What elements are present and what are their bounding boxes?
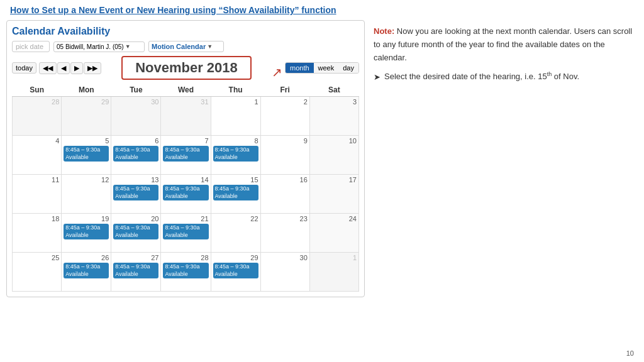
- table-row[interactable]: 198:45a – 9:30aAvailable: [62, 214, 111, 253]
- availability-slot[interactable]: 8:45a – 9:30aAvailable: [163, 263, 208, 278]
- judge-value: 05 Bidwill, Martin J. (05): [57, 43, 124, 50]
- table-row[interactable]: 4: [13, 136, 62, 175]
- day-number: 4: [14, 137, 59, 145]
- cal-type-dropdown[interactable]: Motion Calendar ▼: [148, 41, 224, 52]
- next-next-button[interactable]: ▶▶: [84, 62, 101, 74]
- col-wed: Wed: [161, 84, 211, 97]
- table-row[interactable]: 17: [309, 175, 358, 214]
- table-row[interactable]: 10: [309, 136, 358, 175]
- availability-slot[interactable]: 8:45a – 9:30aAvailable: [163, 224, 208, 239]
- day-number: 23: [263, 215, 308, 222]
- table-row[interactable]: 1: [211, 97, 260, 136]
- availability-slot[interactable]: 8:45a – 9:30aAvailable: [64, 224, 109, 239]
- table-row[interactable]: 3: [309, 97, 358, 136]
- month-header: November 2018: [121, 56, 252, 80]
- view-buttons: month week day: [285, 62, 359, 74]
- availability-slot[interactable]: 8:45a – 9:30aAvailable: [64, 146, 109, 162]
- table-row[interactable]: 218:45a – 9:30aAvailable: [161, 214, 211, 253]
- table-row[interactable]: 278:45a – 9:30aAvailable: [111, 253, 161, 292]
- judge-dropdown[interactable]: 05 Bidwill, Martin J. (05) ▼: [53, 41, 145, 52]
- cal-type-dropdown-arrow: ▼: [207, 43, 213, 50]
- table-row[interactable]: 88:45a – 9:30aAvailable: [211, 136, 260, 175]
- table-row[interactable]: 158:45a – 9:30aAvailable: [211, 175, 260, 214]
- availability-slot[interactable]: 8:45a – 9:30aAvailable: [64, 263, 109, 278]
- note-panel: Note: Now you are looking at the next mo…: [371, 20, 638, 297]
- col-thu: Thu: [211, 84, 260, 97]
- day-number: 20: [113, 215, 158, 222]
- table-row[interactable]: 24: [309, 214, 358, 253]
- day-view-btn[interactable]: day: [338, 63, 358, 73]
- table-row[interactable]: 29: [62, 97, 111, 136]
- day-number: 16: [263, 176, 308, 184]
- table-row[interactable]: 148:45a – 9:30aAvailable: [161, 175, 211, 214]
- table-row[interactable]: 268:45a – 9:30aAvailable: [62, 253, 111, 292]
- availability-slot[interactable]: 8:45a – 9:30aAvailable: [213, 185, 258, 200]
- table-row[interactable]: 28: [13, 97, 62, 136]
- table-row[interactable]: 78:45a – 9:30aAvailable: [161, 136, 211, 175]
- table-row[interactable]: 2: [260, 97, 309, 136]
- day-number: 3: [312, 98, 357, 106]
- day-number: 6: [113, 137, 158, 145]
- page-title: How to Set up a New Event or New Hearing…: [0, 0, 644, 18]
- table-row[interactable]: 12: [62, 175, 111, 214]
- col-mon: Mon: [62, 84, 111, 97]
- prev-button[interactable]: ◀: [57, 62, 70, 74]
- availability-slot[interactable]: 8:45a – 9:30aAvailable: [163, 146, 208, 162]
- day-number: 21: [163, 215, 208, 222]
- availability-slot[interactable]: 8:45a – 9:30aAvailable: [163, 185, 208, 200]
- availability-slot[interactable]: 8:45a – 9:30aAvailable: [113, 146, 158, 162]
- table-row[interactable]: 68:45a – 9:30aAvailable: [111, 136, 161, 175]
- week-view-btn[interactable]: week: [314, 63, 339, 73]
- day-number: 1: [312, 254, 357, 261]
- table-row[interactable]: 18: [13, 214, 62, 253]
- pick-date-input[interactable]: pick date: [12, 41, 50, 52]
- nav-center: November 2018 ↗: [104, 56, 282, 80]
- day-number: 7: [163, 137, 208, 145]
- day-number: 29: [64, 98, 109, 106]
- day-number: 1: [213, 98, 258, 106]
- day-number: 13: [113, 176, 158, 184]
- availability-slot[interactable]: 8:45a – 9:30aAvailable: [213, 146, 258, 162]
- table-row[interactable]: 208:45a – 9:30aAvailable: [111, 214, 161, 253]
- table-row[interactable]: 30: [111, 97, 161, 136]
- availability-slot[interactable]: 8:45a – 9:30aAvailable: [113, 224, 158, 239]
- availability-slot[interactable]: 8:45a – 9:30aAvailable: [113, 185, 158, 200]
- availability-slot[interactable]: 8:45a – 9:30aAvailable: [113, 263, 158, 278]
- prev-prev-button[interactable]: ◀◀: [39, 62, 57, 74]
- table-row[interactable]: 11: [13, 175, 62, 214]
- nav-arrows: ◀◀ ◀ ▶ ▶▶: [39, 62, 101, 74]
- day-number: 10: [312, 137, 357, 145]
- col-sun: Sun: [13, 84, 62, 97]
- col-tue: Tue: [111, 84, 161, 97]
- table-row[interactable]: 25: [13, 253, 62, 292]
- table-row[interactable]: 22: [211, 214, 260, 253]
- table-row[interactable]: 288:45a – 9:30aAvailable: [161, 253, 211, 292]
- col-sat: Sat: [309, 84, 358, 97]
- day-number: 9: [263, 137, 308, 145]
- day-number: 25: [14, 254, 59, 261]
- today-button[interactable]: today: [12, 62, 36, 74]
- day-number: 2: [263, 98, 308, 106]
- day-number: 31: [163, 98, 208, 106]
- day-number: 18: [14, 215, 59, 222]
- day-number: 27: [113, 254, 158, 261]
- table-row[interactable]: 9: [260, 136, 309, 175]
- month-view-btn[interactable]: month: [286, 63, 314, 73]
- cal-type-value: Motion Calendar: [152, 43, 206, 50]
- table-row[interactable]: 1: [309, 253, 358, 292]
- table-row[interactable]: 58:45a – 9:30aAvailable: [62, 136, 111, 175]
- next-button[interactable]: ▶: [70, 62, 83, 74]
- table-row[interactable]: 16: [260, 175, 309, 214]
- day-number: 28: [14, 98, 59, 106]
- judge-dropdown-arrow: ▼: [125, 43, 131, 50]
- day-number: 17: [312, 176, 357, 184]
- day-number: 30: [263, 254, 308, 261]
- day-number: 29: [213, 254, 258, 261]
- table-row[interactable]: 138:45a – 9:30aAvailable: [111, 175, 161, 214]
- table-row[interactable]: 298:45a – 9:30aAvailable: [211, 253, 260, 292]
- bullet-point: ➤ Select the desired date of the hearing…: [374, 70, 635, 84]
- table-row[interactable]: 31: [161, 97, 211, 136]
- availability-slot[interactable]: 8:45a – 9:30aAvailable: [213, 263, 258, 278]
- table-row[interactable]: 30: [260, 253, 309, 292]
- table-row[interactable]: 23: [260, 214, 309, 253]
